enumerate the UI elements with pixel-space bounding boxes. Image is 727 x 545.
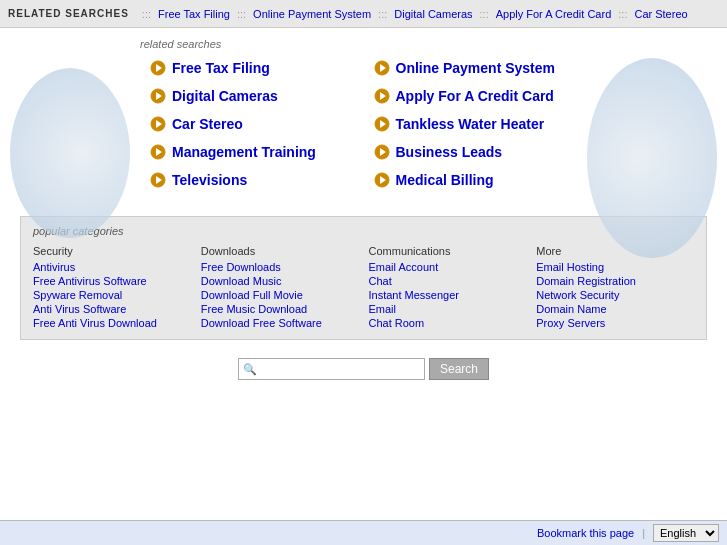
search-icon: 🔍 [243, 363, 257, 376]
main-content: related searches Free Tax Filing [0, 28, 727, 520]
footer-separator: | [642, 527, 645, 539]
search-link-car-stereo[interactable]: Car Stereo [172, 116, 243, 132]
categories-grid: Security Antivirus Free Antivirus Softwa… [33, 245, 694, 331]
arrow-icon [150, 116, 166, 132]
category-title-downloads: Downloads [201, 245, 359, 257]
category-link[interactable]: Network Security [536, 289, 694, 301]
category-link[interactable]: Email Hosting [536, 261, 694, 273]
search-link-tankless-water-heater[interactable]: Tankless Water Heater [396, 116, 545, 132]
top-nav-bar: RELATED SEARCHES ::: Free Tax Filing :::… [0, 0, 727, 28]
popular-section-title: popular categories [33, 225, 694, 237]
arrow-icon [374, 60, 390, 76]
list-item: Management Training [150, 144, 354, 160]
topnav-link-0[interactable]: Free Tax Filing [158, 8, 230, 20]
search-link-free-tax-filing[interactable]: Free Tax Filing [172, 60, 270, 76]
decorative-circle-left [10, 68, 130, 238]
search-link-management-training[interactable]: Management Training [172, 144, 316, 160]
bottom-bar: Bookmark this page | English Spanish Fre… [0, 520, 727, 545]
arrow-icon [374, 116, 390, 132]
search-link-online-payment[interactable]: Online Payment System [396, 60, 556, 76]
category-link[interactable]: Domain Name [536, 303, 694, 315]
nav-sep-1: ::: [237, 8, 246, 20]
arrow-icon [374, 144, 390, 160]
topnav-link-3[interactable]: Apply For A Credit Card [496, 8, 612, 20]
nav-sep-3: ::: [480, 8, 489, 20]
language-select[interactable]: English Spanish French [653, 524, 719, 542]
search-link-apply-credit-card[interactable]: Apply For A Credit Card [396, 88, 554, 104]
popular-section: popular categories Security Antivirus Fr… [20, 216, 707, 340]
related-section-title: related searches [140, 38, 707, 50]
nav-sep-2: ::: [378, 8, 387, 20]
list-item: Televisions [150, 172, 354, 188]
search-link-digital-cameras[interactable]: Digital Cameras [172, 88, 278, 104]
list-item: Apply For A Credit Card [374, 88, 578, 104]
search-button[interactable]: Search [429, 358, 489, 380]
category-link[interactable]: Email [369, 303, 527, 315]
list-item: Free Tax Filing [150, 60, 354, 76]
category-title-security: Security [33, 245, 191, 257]
list-item: Medical Billing [374, 172, 578, 188]
arrow-icon [150, 172, 166, 188]
category-link[interactable]: Download Music [201, 275, 359, 287]
topnav-link-2[interactable]: Digital Cameras [394, 8, 472, 20]
search-link-business-leads[interactable]: Business Leads [396, 144, 503, 160]
category-link[interactable]: Chat Room [369, 317, 527, 329]
topnav-link-4[interactable]: Car Stereo [634, 8, 687, 20]
arrow-icon [150, 60, 166, 76]
category-link[interactable]: Chat [369, 275, 527, 287]
search-bar-section: 🔍 Search [0, 348, 727, 388]
nav-sep-4: ::: [618, 8, 627, 20]
search-input[interactable] [260, 362, 420, 376]
category-col-communications: Communications Email Account Chat Instan… [369, 245, 527, 331]
decorative-circle-right [587, 58, 717, 258]
category-link[interactable]: Domain Registration [536, 275, 694, 287]
arrow-icon [374, 88, 390, 104]
list-item: Online Payment System [374, 60, 578, 76]
category-col-security: Security Antivirus Free Antivirus Softwa… [33, 245, 191, 331]
list-item: Tankless Water Heater [374, 116, 578, 132]
search-link-medical-billing[interactable]: Medical Billing [396, 172, 494, 188]
bookmark-link[interactable]: Bookmark this page [537, 527, 634, 539]
category-col-downloads: Downloads Free Downloads Download Music … [201, 245, 359, 331]
list-item: Car Stereo [150, 116, 354, 132]
category-link[interactable]: Free Anti Virus Download [33, 317, 191, 329]
category-link[interactable]: Download Full Movie [201, 289, 359, 301]
category-link[interactable]: Antivirus [33, 261, 191, 273]
list-item: Business Leads [374, 144, 578, 160]
category-col-more: More Email Hosting Domain Registration N… [536, 245, 694, 331]
search-links-grid: Free Tax Filing Online Payment System [150, 60, 577, 188]
category-link[interactable]: Instant Messenger [369, 289, 527, 301]
related-searches-label: RELATED SEARCHES [8, 8, 129, 19]
category-link[interactable]: Free Downloads [201, 261, 359, 273]
search-input-wrapper: 🔍 [238, 358, 425, 380]
category-link[interactable]: Free Antivirus Software [33, 275, 191, 287]
topnav-link-1[interactable]: Online Payment System [253, 8, 371, 20]
arrow-icon [150, 144, 166, 160]
list-item: Digital Cameras [150, 88, 354, 104]
category-title-communications: Communications [369, 245, 527, 257]
arrow-icon [150, 88, 166, 104]
category-link[interactable]: Anti Virus Software [33, 303, 191, 315]
nav-sep-0: ::: [142, 8, 151, 20]
category-link[interactable]: Spyware Removal [33, 289, 191, 301]
category-link[interactable]: Proxy Servers [536, 317, 694, 329]
related-section: related searches Free Tax Filing [0, 28, 727, 208]
category-link[interactable]: Download Free Software [201, 317, 359, 329]
category-link[interactable]: Free Music Download [201, 303, 359, 315]
search-link-televisions[interactable]: Televisions [172, 172, 247, 188]
category-link[interactable]: Email Account [369, 261, 527, 273]
arrow-icon [374, 172, 390, 188]
